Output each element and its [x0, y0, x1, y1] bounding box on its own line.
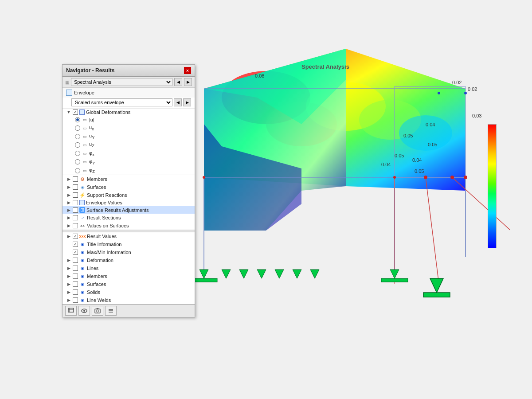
line-welds-checkbox[interactable]: [73, 297, 78, 303]
surface-results-expand: ▶: [66, 208, 71, 212]
surfaces-checkbox[interactable]: [73, 184, 78, 190]
result-sections-item[interactable]: ▶ ⟋ Result Sections: [63, 214, 195, 222]
envelope-section: Envelope Scaled sums envelope SRSS envel…: [63, 88, 195, 109]
deform-phix-item[interactable]: ▭ φx: [63, 149, 195, 158]
nav-content: Envelope Scaled sums envelope SRSS envel…: [63, 88, 195, 304]
result-sections-label: Result Sections: [87, 215, 121, 220]
deform-phiy-label: φY: [89, 159, 95, 165]
navigator-icon: [68, 308, 74, 314]
deform-uy-item[interactable]: ▭ uY: [63, 132, 195, 141]
envelope-values-label: Envelope Values: [86, 200, 122, 205]
spectral-prev-btn[interactable]: ◀: [174, 78, 182, 86]
deformation-disp-item[interactable]: ▶ ◉ Deformation: [63, 256, 195, 264]
lines-disp-icon: ◉: [79, 265, 86, 271]
spectral-analysis-select[interactable]: Spectral Analysis: [71, 78, 172, 86]
values-on-surfaces-checkbox[interactable]: [73, 223, 78, 228]
result-sections-checkbox[interactable]: [73, 215, 78, 220]
solids-label: Solids: [87, 289, 100, 295]
global-def-checkbox[interactable]: [73, 110, 78, 115]
members-disp-item[interactable]: ▶ ◉ Members: [63, 272, 195, 280]
members-disp-expand: ▶: [66, 274, 71, 278]
solids-checkbox[interactable]: [73, 289, 78, 295]
dash-toolbar-btn[interactable]: [105, 306, 117, 316]
deform-uz-item[interactable]: ▭ uZ: [63, 141, 195, 149]
envelope-next-btn[interactable]: ▶: [183, 98, 191, 106]
lines-disp-item[interactable]: ▶ ◉ Lines: [63, 264, 195, 272]
global-deformations-item[interactable]: ▼ Global Deformations: [63, 109, 195, 116]
deform-phiz-item[interactable]: ▭ φZ: [63, 166, 195, 175]
support-b5: [293, 270, 301, 278]
surface-results-checkbox[interactable]: [73, 207, 78, 213]
maxmin-info-item[interactable]: ◉ Max/Min Information: [63, 248, 195, 256]
support-r1-base: [381, 278, 408, 282]
deform-phiy-radio[interactable]: [75, 159, 80, 164]
lines-disp-expand: ▶: [66, 266, 71, 270]
maxmin-info-checkbox[interactable]: [73, 250, 78, 255]
deform-uz-radio[interactable]: [75, 142, 80, 148]
svg-point-6: [97, 310, 99, 312]
camera-icon: [94, 308, 101, 314]
envelope-values-icon: [79, 200, 85, 205]
nav-title: Navigator - Results: [66, 67, 114, 74]
global-def-label: Global Deformations: [86, 110, 130, 115]
label-003: 0.03: [472, 113, 481, 118]
node5: [203, 176, 205, 179]
surfaces-disp-checkbox[interactable]: [73, 282, 78, 287]
result-values-label: Result Values: [87, 234, 117, 239]
deform-ux-radio[interactable]: [75, 125, 80, 131]
lines-disp-checkbox[interactable]: [73, 266, 78, 271]
deform-ux-icon: ▭: [82, 125, 88, 131]
surfaces-item[interactable]: ▶ ◈ Surfaces: [63, 183, 195, 191]
surface-results-label: Surface Results Adjustments: [86, 207, 149, 213]
deform-u-icon: ▭: [82, 117, 88, 123]
eye-toolbar-btn[interactable]: [78, 306, 90, 316]
support-reactions-label: Support Reactions: [87, 192, 127, 198]
members-expand: ▶: [66, 177, 71, 181]
members-disp-checkbox[interactable]: [73, 274, 78, 279]
values-on-surfaces-label: Values on Surfaces: [87, 223, 129, 228]
navigator-toolbar-btn[interactable]: [65, 306, 77, 316]
nav-close-button[interactable]: ×: [184, 67, 191, 74]
node3: [393, 176, 396, 179]
solids-item[interactable]: ▶ ◉ Solids: [63, 288, 195, 296]
deform-phix-radio[interactable]: [75, 151, 80, 156]
deform-ux-label: ux: [89, 125, 94, 131]
lines-disp-label: Lines: [87, 266, 98, 271]
label-004-mid: 0.04: [426, 122, 435, 127]
support-reactions-item[interactable]: ▶ ⚡ Support Reactions: [63, 191, 195, 199]
title-info-item[interactable]: ◉ Title Information: [63, 240, 195, 248]
label-004-l: 0.04: [381, 162, 391, 167]
support-reactions-checkbox[interactable]: [73, 192, 78, 198]
result-values-item[interactable]: ▶ xxx Result Values: [63, 232, 195, 240]
members-checkbox[interactable]: [73, 176, 78, 182]
deform-phiy-item[interactable]: ▭ φY: [63, 158, 195, 166]
envelope-values-item[interactable]: ▶ Envelope Values: [63, 199, 195, 206]
result-values-checkbox[interactable]: [73, 234, 78, 239]
title-info-checkbox[interactable]: [73, 242, 78, 247]
deform-uz-label: uZ: [89, 141, 94, 148]
support-b4: [275, 270, 284, 278]
support-b1: [222, 270, 231, 278]
values-on-surfaces-item[interactable]: ▶ xx Values on Surfaces: [63, 222, 195, 230]
deform-phix-icon: ▭: [82, 150, 88, 156]
deform-ux-item[interactable]: ▭ ux: [63, 124, 195, 132]
deform-phiz-radio[interactable]: [75, 168, 80, 173]
envelope-values-checkbox[interactable]: [73, 200, 78, 205]
deform-u-radio[interactable]: [75, 117, 80, 122]
line-welds-expand: ▶: [66, 298, 71, 302]
surface-results-item[interactable]: ▶ ⊞ Surface Results Adjustments: [63, 206, 195, 214]
deform-u-item[interactable]: ▭ |u|: [63, 116, 195, 124]
deformation-disp-expand: ▶: [66, 258, 71, 262]
spectral-label: Spectral Analysis: [301, 63, 349, 70]
node1: [424, 176, 427, 179]
members-item[interactable]: ▶ ⚙ Members: [63, 175, 195, 183]
surfaces-disp-item[interactable]: ▶ ◉ Surfaces: [63, 280, 195, 288]
envelope-type-select[interactable]: Scaled sums envelope SRSS envelope Absol…: [71, 98, 172, 106]
envelope-prev-btn[interactable]: ◀: [174, 98, 182, 106]
line-welds-item[interactable]: ▶ ◉ Line Welds: [63, 296, 195, 304]
camera-toolbar-btn[interactable]: [92, 306, 103, 316]
solids-icon: ◉: [79, 289, 86, 295]
deform-uy-radio[interactable]: [75, 134, 80, 139]
spectral-next-btn[interactable]: ▶: [184, 78, 192, 86]
deformation-disp-checkbox[interactable]: [73, 258, 78, 263]
